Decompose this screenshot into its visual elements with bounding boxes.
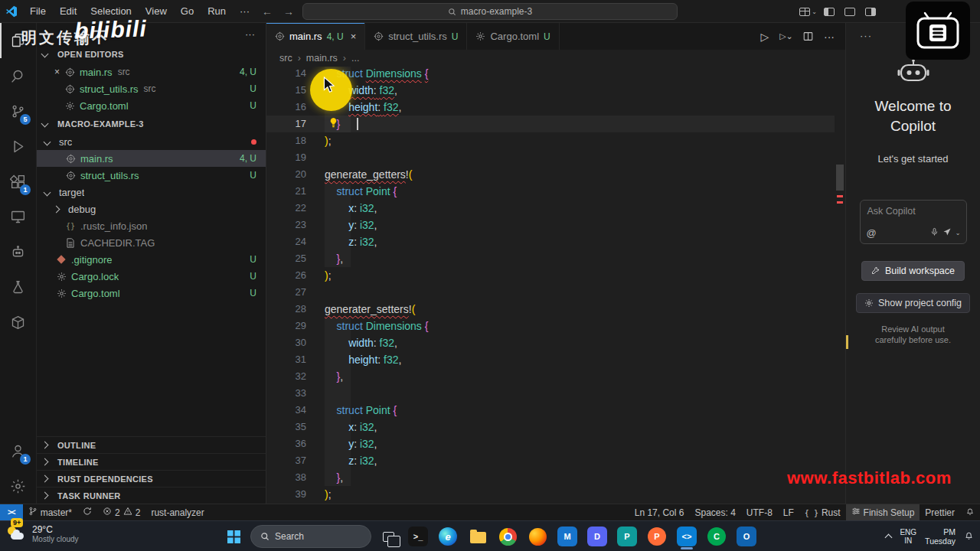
status-git-branch[interactable]: master*: [23, 504, 77, 520]
code-editor[interactable]: 14 struct Dimensions {15 width: f32,16 h…: [266, 67, 845, 504]
code-line-25[interactable]: 25 },: [266, 250, 835, 267]
tree-item-.rustc_info.json[interactable]: {}.rustc_info.json: [37, 217, 266, 234]
section-timeline[interactable]: TIMELINE: [37, 453, 266, 470]
line-number[interactable]: 28: [266, 301, 306, 318]
menu-run[interactable]: Run: [201, 0, 233, 23]
status-encoding[interactable]: UTF-8: [741, 504, 778, 520]
send-options-chevron-icon[interactable]: ⌄: [956, 230, 961, 236]
taskbar-microsoft-edge-icon[interactable]: e: [435, 523, 461, 549]
taskbar-clock[interactable]: PM Tuesday: [925, 527, 956, 546]
line-number[interactable]: 16: [266, 99, 306, 116]
status-eol-sequence[interactable]: LF: [778, 504, 799, 520]
editor-scrollbar[interactable]: [835, 67, 845, 504]
taskbar-firefox-icon[interactable]: [524, 523, 550, 549]
line-number[interactable]: 22: [266, 200, 306, 217]
line-number[interactable]: 37: [266, 452, 306, 469]
section-outline[interactable]: OUTLINE: [37, 436, 266, 453]
mic-icon[interactable]: [930, 226, 939, 240]
customize-layout-icon[interactable]: ⌄: [798, 0, 818, 23]
activity-accounts-icon[interactable]: 1: [0, 433, 36, 468]
line-number[interactable]: 18: [266, 132, 306, 149]
line-number[interactable]: 31: [266, 351, 306, 368]
vscode-logo-icon[interactable]: [0, 5, 23, 18]
code-line-35[interactable]: 35 x: i32,: [266, 419, 835, 435]
split-editor-icon[interactable]: [798, 31, 818, 41]
code-line-31[interactable]: 31 height: f32,: [266, 351, 835, 368]
taskbar-task-view-icon[interactable]: [375, 523, 401, 549]
mention-context-icon[interactable]: @: [867, 227, 877, 239]
tab-struct_utils.rs[interactable]: struct_utils.rsU: [365, 23, 467, 50]
ask-copilot-input[interactable]: Ask Copilot @ ⌄: [860, 200, 967, 244]
section-task-runner[interactable]: TASK RUNNER: [37, 487, 266, 504]
open-editor-main.rs[interactable]: ×main.rssrc4, U: [37, 64, 266, 80]
code-line-38[interactable]: 38 },: [266, 469, 835, 486]
activity-run-and-debug-icon[interactable]: [0, 129, 36, 164]
menu-more-icon[interactable]: ···: [233, 0, 256, 23]
activity-ai-assistant-icon[interactable]: [0, 234, 36, 269]
code-line-18[interactable]: 18);: [266, 132, 835, 149]
command-center-search[interactable]: macro-example-3: [302, 3, 678, 20]
build-workspace-button[interactable]: Build workspace: [861, 261, 965, 281]
activity-source-control-icon[interactable]: 5: [0, 93, 36, 129]
status-cursor-position[interactable]: Ln 17, Col 6: [629, 504, 690, 520]
line-number[interactable]: 23: [266, 217, 306, 233]
close-icon[interactable]: ×: [51, 67, 64, 77]
tree-item-Cargo.lock[interactable]: Cargo.lockU: [37, 268, 266, 285]
taskbar-file-explorer-icon[interactable]: [465, 523, 491, 549]
activity-extensions-icon[interactable]: 1: [0, 164, 36, 199]
taskbar-camtasia-icon[interactable]: C: [704, 523, 730, 549]
tree-item-.gitignore[interactable]: .gitignoreU: [37, 251, 266, 268]
open-editor-struct_utils.rs[interactable]: struct_utils.rssrcU: [37, 80, 266, 97]
code-line-19[interactable]: 19: [266, 149, 835, 166]
menu-go[interactable]: Go: [174, 0, 201, 23]
activity-remote-explorer-icon[interactable]: [0, 199, 36, 234]
status-sync-changes[interactable]: [77, 504, 97, 520]
tree-item-struct_utils.rs[interactable]: struct_utils.rsU: [37, 167, 266, 184]
line-number[interactable]: 21: [266, 183, 306, 200]
activity-search-icon[interactable]: [0, 58, 36, 93]
line-number[interactable]: 29: [266, 318, 306, 334]
code-line-32[interactable]: 32 },: [266, 368, 835, 385]
code-line-37[interactable]: 37 z: i32,: [266, 452, 835, 469]
tree-item-target[interactable]: target: [37, 184, 266, 201]
send-icon[interactable]: [942, 226, 952, 240]
line-number[interactable]: 32: [266, 368, 306, 385]
breadcrumb-item[interactable]: ...: [351, 53, 359, 64]
notifications-bell-icon[interactable]: [964, 530, 974, 543]
code-line-17[interactable]: 17 }: [266, 116, 835, 132]
code-line-22[interactable]: 22 x: i32,: [266, 200, 835, 217]
line-number[interactable]: 39: [266, 486, 306, 503]
taskbar-visual-studio-code-icon[interactable]: <>: [674, 523, 700, 549]
taskbar-google-chrome-icon[interactable]: [495, 523, 521, 549]
tab-main.rs[interactable]: main.rs4, U×: [266, 23, 365, 50]
code-line-33[interactable]: 33: [266, 385, 835, 402]
activity-settings-icon[interactable]: [0, 468, 36, 504]
code-line-28[interactable]: 28generater_setters!(: [266, 301, 835, 318]
taskbar-outlook-icon[interactable]: O: [733, 523, 760, 549]
line-number[interactable]: 38: [266, 469, 306, 486]
section-rust-dependencies[interactable]: RUST DEPENDENCIES: [37, 470, 266, 487]
activity-testing-icon[interactable]: [0, 269, 36, 305]
code-line-34[interactable]: 34 struct Point {: [266, 402, 835, 419]
toggle-primary-sidebar-icon[interactable]: [818, 0, 839, 23]
run-button[interactable]: ▷: [755, 31, 775, 43]
status-notifications[interactable]: [960, 504, 980, 520]
status-language-mode[interactable]: { }Rust: [799, 504, 846, 520]
scrollbar-thumb[interactable]: [836, 165, 844, 191]
activity-packages-icon[interactable]: [0, 305, 36, 340]
taskbar-windows-terminal-icon[interactable]: >_: [405, 523, 431, 549]
line-number[interactable]: 33: [266, 385, 306, 402]
code-line-39[interactable]: 39);: [266, 486, 835, 503]
line-number[interactable]: 19: [266, 149, 306, 166]
status-problems[interactable]: 22: [97, 504, 145, 520]
line-number[interactable]: 26: [266, 267, 306, 284]
tree-item-CACHEDIR.TAG[interactable]: CACHEDIR.TAG: [37, 234, 266, 251]
line-number[interactable]: 35: [266, 419, 306, 435]
code-line-29[interactable]: 29 struct Dimensions {: [266, 318, 835, 334]
taskbar-discord-icon[interactable]: D: [584, 523, 610, 549]
toggle-panel-icon[interactable]: [839, 0, 860, 23]
run-menu-icon[interactable]: ▷⌄: [776, 31, 796, 41]
open-editor-Cargo.toml[interactable]: Cargo.tomlU: [37, 97, 266, 114]
line-number[interactable]: 24: [266, 233, 306, 250]
language-indicator[interactable]: ENG IN: [900, 528, 916, 545]
